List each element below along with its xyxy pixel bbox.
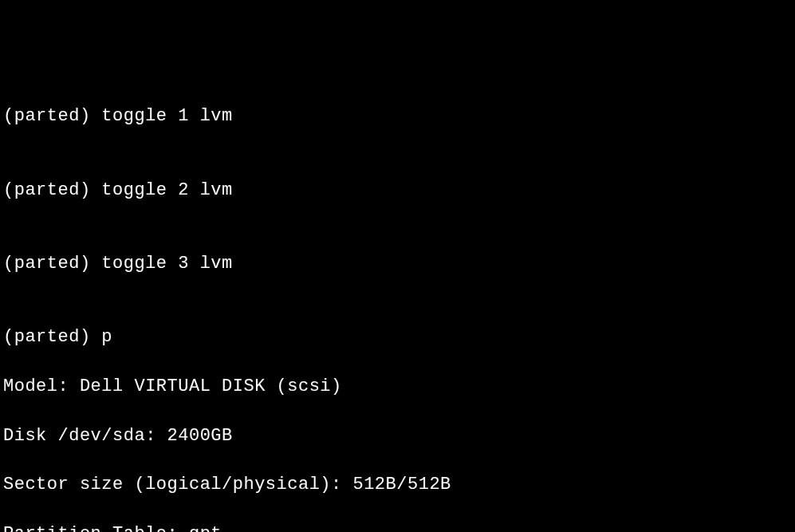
prompt: (parted) xyxy=(3,106,91,126)
prompt: (parted) xyxy=(3,327,91,347)
command-text: toggle 2 lvm xyxy=(101,180,232,200)
command-line-toggle1: (parted) toggle 1 lvm xyxy=(3,104,792,129)
disk-model: Model: Dell VIRTUAL DISK (scsi) xyxy=(3,375,792,400)
command-text: p xyxy=(101,327,112,347)
command-line-toggle3: (parted) toggle 3 lvm xyxy=(3,252,792,277)
partition-table-type: Partition Table: gpt xyxy=(3,522,792,532)
command-text: toggle 3 lvm xyxy=(101,254,232,274)
prompt: (parted) xyxy=(3,180,91,200)
command-line-toggle2: (parted) toggle 2 lvm xyxy=(3,179,792,203)
disk-path: Disk /dev/sda: 2400GB xyxy=(3,424,792,449)
command-line-print: (parted) p xyxy=(3,325,792,350)
sector-size: Sector size (logical/physical): 512B/512… xyxy=(3,473,792,498)
terminal-output: (parted) toggle 1 lvm (parted) toggle 2 … xyxy=(3,104,792,532)
prompt: (parted) xyxy=(3,254,91,274)
command-text: toggle 1 lvm xyxy=(101,106,232,126)
